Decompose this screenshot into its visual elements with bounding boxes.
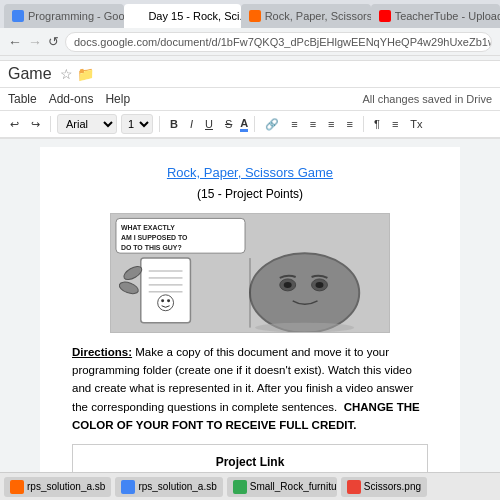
svg-point-11 [161,299,164,302]
main-area: Rock, Paper, Scissors Game (15 - Project… [0,139,500,499]
svg-text:AM I SUPPOSED TO: AM I SUPPOSED TO [121,234,188,241]
address-bar: ← → ↺ docs.google.com/document/d/1bFw7QK… [0,28,500,56]
toolbar-clear-format[interactable]: Tx [406,116,426,132]
svg-point-19 [316,281,324,287]
toolbar-sep-4 [363,116,364,132]
toolbar-sep-2 [159,116,160,132]
back-icon[interactable]: ← [8,34,22,50]
tab-day15[interactable]: Day 15 - Rock, Sci... ✕ [124,4,240,28]
svg-rect-5 [141,258,191,323]
toolbar-list[interactable]: ≡ [388,116,402,132]
taskbar-item-2[interactable]: Small_Rock_furnitur....png [227,477,337,497]
tab-label-rps: Rock, Paper, Scissors - Str... [265,10,371,22]
font-size-select[interactable]: 11 [121,114,153,134]
svg-point-12 [167,299,170,302]
svg-point-20 [255,322,354,332]
toolbar-sep-3 [254,116,255,132]
taskbar-label-3: Scissors.png [364,481,421,492]
taskbar-icon-2 [233,480,247,494]
toolbar-bold[interactable]: B [166,116,182,132]
content-subtitle: (15 - Project Points) [72,185,428,203]
taskbar-label-2: Small_Rock_furnitur....png [250,481,337,492]
doc-title: Game [8,65,52,83]
tab-favicon-programming [12,10,24,22]
taskbar-item-0[interactable]: rps_solution_a.sb [4,477,111,497]
taskbar-icon-1 [121,480,135,494]
doc-directions: Directions: Make a copy of this document… [72,343,428,435]
doc-content: Rock, Paper, Scissors Game (15 - Project… [40,147,460,491]
tab-label-day15: Day 15 - Rock, Sci... [148,10,240,22]
toolbar-align-center[interactable]: ≡ [306,116,320,132]
doc-icons: ☆ 📁 [60,66,94,82]
menu-addons[interactable]: Add-ons [49,90,94,108]
doc-title-bar: Game ☆ 📁 [0,61,500,88]
svg-point-15 [250,253,359,332]
toolbar-link[interactable]: 🔗 [261,116,283,133]
comic-image: WHAT EXACTLY AM I SUPPOSED TO DO TO THIS… [110,213,390,333]
toolbar-underline[interactable]: U [201,116,217,132]
taskbar-item-3[interactable]: Scissors.png [341,477,427,497]
browser-tabs: Programming - Goo... ✕ Day 15 - Rock, Sc… [0,0,500,28]
taskbar-icon-0 [10,480,24,494]
folder-icon[interactable]: 📁 [77,66,94,82]
toolbar-sep-1 [50,116,51,132]
taskbar: rps_solution_a.sb rps_solution_a.sb Smal… [0,472,500,500]
toolbar-align-left[interactable]: ≡ [287,116,301,132]
taskbar-label-1: rps_solution_a.sb [138,481,216,492]
svg-point-18 [284,281,292,287]
url-text: docs.google.com/document/d/1bFw7QKQ3_dPc… [74,36,492,48]
svg-text:WHAT EXACTLY: WHAT EXACTLY [121,224,175,231]
toolbar-italic[interactable]: I [186,116,197,132]
toolbar-font-color[interactable]: A [240,117,248,132]
tab-favicon-rps [249,10,261,22]
toolbar: ↩ ↪ Arial 11 B I U S A 🔗 ≡ ≡ ≡ ≡ ¶ ≡ Tx [0,111,500,139]
comic-svg: WHAT EXACTLY AM I SUPPOSED TO DO TO THIS… [111,213,389,333]
content-title: Rock, Paper, Scissors Game [72,163,428,183]
menu-help[interactable]: Help [105,90,130,108]
project-link-title: Project Link [85,453,415,471]
menu-bar: Table Add-ons Help All changes saved in … [0,88,500,111]
font-select[interactable]: Arial [57,114,117,134]
taskbar-item-1[interactable]: rps_solution_a.sb [115,477,222,497]
tab-programming[interactable]: Programming - Goo... ✕ [4,4,124,28]
tab-teachertube[interactable]: TeacherTube - Upload... ✕ [371,4,500,28]
menu-table[interactable]: Table [8,90,37,108]
reload-icon[interactable]: ↺ [48,34,59,49]
taskbar-label-0: rps_solution_a.sb [27,481,105,492]
toolbar-undo[interactable]: ↩ [6,116,23,133]
toolbar-line-spacing[interactable]: ¶ [370,116,384,132]
tab-rps[interactable]: Rock, Paper, Scissors - Str... ✕ [241,4,371,28]
directions-label: Directions: [72,346,132,358]
url-box[interactable]: docs.google.com/document/d/1bFw7QKQ3_dPc… [65,32,492,52]
tab-favicon-teachertube [379,10,391,22]
forward-icon[interactable]: → [28,34,42,50]
svg-point-10 [158,294,174,310]
toolbar-align-right[interactable]: ≡ [324,116,338,132]
save-status: All changes saved in Drive [362,93,492,105]
taskbar-icon-3 [347,480,361,494]
tab-favicon-day15 [132,10,144,22]
toolbar-align-justify[interactable]: ≡ [343,116,357,132]
tab-label-teachertube: TeacherTube - Upload... [395,10,500,22]
svg-text:DO TO THIS GUY?: DO TO THIS GUY? [121,244,182,251]
toolbar-strikethrough[interactable]: S [221,116,236,132]
tab-label-programming: Programming - Goo... [28,10,124,22]
star-icon[interactable]: ☆ [60,66,73,82]
toolbar-redo[interactable]: ↪ [27,116,44,133]
